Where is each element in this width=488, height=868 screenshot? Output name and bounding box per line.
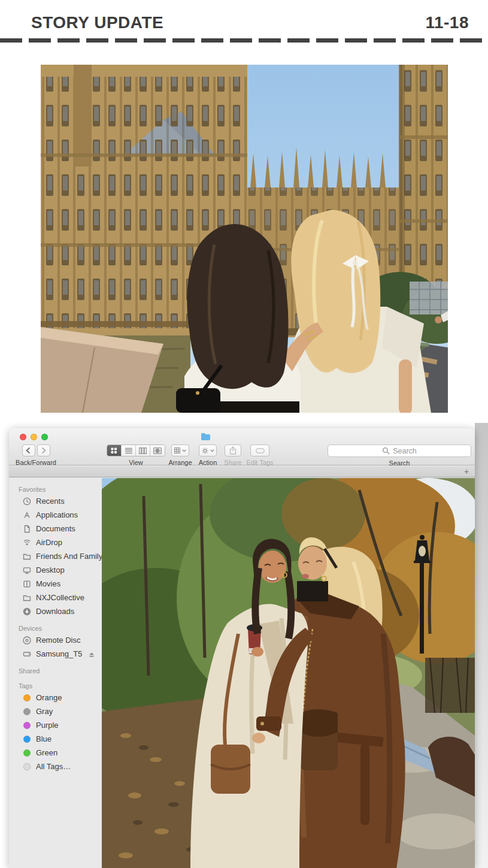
page-date: 11-18	[425, 13, 469, 32]
sidebar-item-green[interactable]: Green	[9, 746, 102, 760]
sidebar-item-label: Applications	[36, 510, 78, 519]
tag-icon	[22, 734, 32, 744]
disc-icon	[22, 636, 32, 645]
edit-tags-group: Edit Tags	[244, 444, 276, 466]
sidebar-item-label: Samsung_T5	[36, 649, 82, 658]
document-icon	[22, 524, 32, 534]
chevron-down-icon	[182, 449, 186, 452]
photo-park-autumn	[102, 478, 475, 868]
sidebar-item-label: Blue	[36, 734, 51, 743]
sidebar-item-purple[interactable]: Purple	[9, 718, 102, 732]
back-forward-group: Back/Forward	[13, 444, 59, 466]
sidebar-item-samsung-t5[interactable]: Samsung_T5	[9, 647, 102, 661]
sidebar-item-label: Green	[36, 748, 57, 757]
view-group: View	[107, 444, 165, 466]
sidebar-item-desktop[interactable]: Desktop	[9, 563, 102, 577]
folder-icon	[22, 552, 32, 561]
sidebar-item-friends-and-family[interactable]: Friends And Family	[9, 549, 102, 563]
sidebar-item-downloads[interactable]: Downloads	[9, 604, 102, 618]
movies-icon	[22, 579, 32, 589]
action-button[interactable]	[199, 444, 217, 456]
sidebar-item-applications[interactable]: Applications	[9, 508, 102, 522]
folder-proxy-icon	[201, 433, 210, 440]
film-strip-divider	[0, 38, 488, 43]
finder-tab-bar: +	[9, 466, 475, 477]
downloads-icon	[22, 607, 32, 616]
search-placeholder: Search	[393, 447, 417, 455]
tag-capsule-icon	[256, 448, 265, 453]
finder-window: Back/Forward	[9, 428, 475, 868]
sidebar-section-favorites: Favorites	[9, 485, 102, 494]
arrange-label: Arrange	[166, 459, 195, 466]
finder-sidebar: FavoritesRecentsApplicationsDocumentsAir…	[9, 478, 102, 868]
arrange-grid-icon	[174, 447, 180, 453]
sidebar-item-documents[interactable]: Documents	[9, 522, 102, 536]
desktop-icon	[22, 565, 32, 575]
photo-london-westminster	[41, 65, 448, 413]
share-group: Share	[222, 444, 244, 466]
sidebar-item-label: AirDrop	[36, 538, 62, 547]
edit-tags-button[interactable]	[250, 444, 269, 456]
sidebar-section-tags: Tags	[9, 681, 102, 691]
tag-icon	[22, 748, 32, 758]
new-tab-button[interactable]: +	[462, 467, 471, 476]
sidebar-item-orange[interactable]: Orange	[9, 691, 102, 704]
list-view-icon	[125, 447, 132, 454]
back-button[interactable]	[22, 444, 35, 456]
sidebar-item-label: Friends And Family	[36, 552, 102, 561]
list-view-button[interactable]	[122, 445, 136, 456]
sidebar-item-label: Downloads	[36, 607, 74, 616]
close-window-button[interactable]	[20, 434, 26, 440]
search-group: Search Search	[328, 444, 471, 467]
zoom-window-button[interactable]	[41, 434, 48, 440]
minimize-window-button[interactable]	[31, 434, 37, 440]
search-icon	[382, 447, 390, 455]
sidebar-item-label: Orange	[36, 693, 62, 702]
search-input[interactable]: Search	[328, 444, 471, 457]
sidebar-item-airdrop[interactable]: AirDrop	[9, 536, 102, 549]
action-label: Action	[195, 459, 221, 466]
sidebar-item-recents[interactable]: Recents	[9, 494, 102, 508]
sidebar-item-label: All Tags…	[36, 762, 71, 771]
chevron-left-icon	[25, 447, 32, 454]
icon-view-button[interactable]	[107, 445, 122, 456]
page-title: STORY UPDATE	[31, 13, 163, 32]
share-icon	[229, 446, 237, 455]
share-button[interactable]	[225, 444, 241, 456]
all-tags-icon	[22, 762, 32, 772]
clock-icon	[22, 497, 32, 506]
sidebar-item-remote-disc[interactable]: Remote Disc	[9, 633, 102, 647]
river-and-parapet	[41, 327, 190, 413]
sidebar-item-label: Purple	[36, 721, 59, 730]
folder-icon	[22, 593, 32, 603]
coverflow-view-button[interactable]	[150, 445, 165, 456]
finder-titlebar: Back/Forward	[9, 428, 475, 465]
arrange-group: Arrange	[166, 444, 195, 466]
view-label: View	[107, 459, 165, 466]
sidebar-item-label: Remote Disc	[36, 636, 80, 645]
column-view-button[interactable]	[136, 445, 150, 456]
sidebar-item-label: Recents	[36, 497, 65, 506]
sidebar-item-blue[interactable]: Blue	[9, 732, 102, 746]
sidebar-item-label: Documents	[36, 524, 75, 533]
icon-view-icon	[111, 447, 117, 454]
airdrop-icon	[22, 538, 32, 548]
sidebar-item-label: Desktop	[36, 565, 65, 574]
chevron-right-icon	[40, 447, 47, 454]
sidebar-item-gray[interactable]: Gray	[9, 704, 102, 718]
sidebar-item-label: NXJCollective	[36, 593, 84, 602]
desktop-background	[475, 423, 488, 868]
drive-icon	[22, 649, 32, 659]
sidebar-item-all-tags[interactable]: All Tags…	[9, 760, 102, 773]
sidebar-section-shared: Shared	[9, 666, 102, 676]
sidebar-item-movies[interactable]: Movies	[9, 577, 102, 591]
eject-icon[interactable]	[87, 649, 96, 659]
forward-button[interactable]	[37, 444, 50, 456]
sidebar-item-nxjcollective[interactable]: NXJCollective	[9, 591, 102, 604]
arrange-button[interactable]	[171, 444, 189, 456]
chevron-down-icon	[210, 449, 214, 452]
tag-icon	[22, 693, 32, 703]
sidebar-item-label: Movies	[36, 579, 60, 588]
applications-icon	[22, 510, 32, 520]
edit-tags-label: Edit Tags	[244, 459, 276, 466]
